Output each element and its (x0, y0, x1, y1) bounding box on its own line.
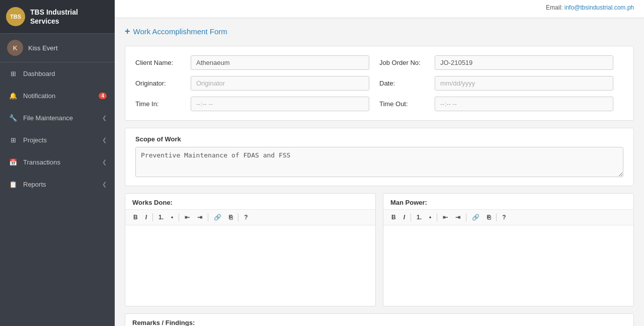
man-power-body[interactable] (383, 225, 633, 306)
originator-input[interactable] (191, 76, 369, 91)
separator (437, 213, 437, 221)
main-content: Email: info@tbsindustrial.com.ph + Work … (115, 0, 644, 326)
plus-icon: + (125, 26, 130, 37)
sidebar-item-label: File Maintenance (23, 114, 102, 122)
unordered-list-button[interactable]: • (426, 212, 434, 222)
originator-label: Originator: (135, 79, 191, 87)
email-link[interactable]: info@tbsindustrial.com.ph (565, 4, 634, 11)
notification-icon: 🔔 (8, 91, 18, 101)
separator (466, 213, 466, 221)
client-name-label: Client Name: (135, 59, 191, 66)
sidebar-item-notification[interactable]: 🔔 Notification 4 (0, 85, 115, 107)
originator-row: Originator: (135, 76, 379, 91)
indent-button[interactable]: ⇥ (194, 212, 205, 222)
scope-section: Scope of Work (125, 128, 634, 186)
email-label: Email: (546, 4, 562, 11)
unordered-list-button[interactable]: • (168, 212, 176, 222)
sidebar-item-projects[interactable]: ⊞ Projects ❮ (0, 129, 115, 151)
works-done-toolbar: B I 1. • ⇤ ⇥ 🔗 ⎘ ? (125, 209, 375, 225)
sidebar-header: TBS TBS Industrial Services (0, 0, 115, 34)
works-done-body[interactable] (125, 225, 375, 306)
separator (238, 213, 238, 221)
time-in-label: Time In: (135, 100, 191, 108)
sidebar-item-label: Transactions (23, 158, 102, 166)
reports-icon: 📋 (8, 179, 18, 189)
time-out-input[interactable] (435, 97, 613, 111)
job-order-label: Job Order No: (379, 59, 435, 66)
time-out-label: Time Out: (379, 100, 435, 108)
sidebar: TBS TBS Industrial Services K Kiss Evert… (0, 0, 115, 326)
form-title-row: + Work Accomplishment Form (125, 26, 634, 37)
help-button[interactable]: ? (499, 212, 509, 222)
man-power-label: Man Power: (383, 194, 633, 209)
bold-button[interactable]: B (388, 212, 399, 222)
avatar: K (7, 40, 23, 56)
time-in-row: Time In: (135, 97, 379, 111)
chevron-right-icon: ❮ (102, 115, 107, 121)
date-input[interactable] (435, 76, 613, 91)
wrench-icon: 🔧 (8, 113, 18, 123)
time-in-input[interactable] (191, 97, 369, 111)
chevron-right-icon: ❮ (102, 137, 107, 143)
date-row: Date: (379, 76, 623, 91)
works-done-editor: Works Done: B I 1. • ⇤ ⇥ 🔗 ⎘ ? (125, 193, 376, 306)
separator (179, 213, 179, 221)
job-order-input[interactable] (435, 55, 613, 70)
bold-button[interactable]: B (130, 212, 141, 222)
link-button[interactable]: 🔗 (211, 212, 224, 222)
calendar-icon: 📅 (8, 157, 18, 167)
time-out-row: Time Out: (379, 97, 623, 111)
dashboard-icon: ⊞ (8, 68, 18, 78)
sidebar-item-transactions[interactable]: 📅 Transactions ❮ (0, 151, 115, 173)
client-name-input[interactable] (191, 55, 369, 70)
app-title: TBS Industrial Services (30, 8, 109, 26)
remarks-section: Remarks / Findings: B I 1. • ⇤ ⇥ 🔗 ⎘ ? (125, 313, 634, 326)
remarks-label: Remarks / Findings: (125, 314, 633, 326)
italic-button[interactable]: I (142, 212, 150, 222)
ordered-list-button[interactable]: 1. (155, 212, 167, 222)
sidebar-item-label: Notification (23, 92, 96, 100)
job-order-row: Job Order No: (379, 55, 623, 70)
form-title: Work Accomplishment Form (133, 27, 227, 36)
separator (208, 213, 208, 221)
sidebar-item-file-maintenance[interactable]: 🔧 File Maintenance ❮ (0, 107, 115, 129)
user-section: K Kiss Evert (0, 34, 115, 62)
sidebar-item-label: Dashboard (23, 70, 107, 77)
separator (496, 213, 497, 221)
sidebar-item-label: Projects (23, 136, 102, 144)
separator (152, 213, 153, 221)
right-fields: Job Order No: Date: Time Out: (379, 55, 623, 111)
topbar: Email: info@tbsindustrial.com.ph (115, 0, 644, 18)
unlink-button[interactable]: ⎘ (484, 212, 494, 222)
outdent-button[interactable]: ⇤ (182, 212, 193, 222)
grid-icon: ⊞ (8, 135, 18, 145)
username: Kiss Evert (28, 44, 58, 52)
date-label: Date: (379, 79, 435, 87)
client-name-row: Client Name: (135, 55, 379, 70)
left-fields: Client Name: Originator: Time In: (135, 55, 379, 111)
sidebar-item-reports[interactable]: 📋 Reports ❮ (0, 173, 115, 195)
sidebar-item-dashboard[interactable]: ⊞ Dashboard (0, 62, 115, 85)
chevron-right-icon: ❮ (102, 159, 107, 166)
man-power-editor: Man Power: B I 1. • ⇤ ⇥ 🔗 ⎘ ? (383, 193, 634, 306)
help-button[interactable]: ? (241, 212, 251, 222)
sidebar-item-label: Reports (23, 181, 102, 188)
man-power-toolbar: B I 1. • ⇤ ⇥ 🔗 ⎘ ? (383, 209, 633, 225)
link-button[interactable]: 🔗 (469, 212, 482, 222)
unlink-button[interactable]: ⎘ (226, 212, 235, 222)
ordered-list-button[interactable]: 1. (414, 212, 425, 222)
separator (411, 213, 411, 221)
form-fields-grid: Client Name: Originator: Time In: Job Or… (125, 46, 634, 121)
outdent-button[interactable]: ⇤ (440, 212, 451, 222)
chevron-right-icon: ❮ (102, 181, 107, 188)
editors-row: Works Done: B I 1. • ⇤ ⇥ 🔗 ⎘ ? (125, 193, 634, 306)
content-area: + Work Accomplishment Form Client Name: … (115, 18, 644, 326)
notification-badge: 4 (99, 93, 107, 99)
scope-textarea[interactable] (135, 147, 623, 177)
italic-button[interactable]: I (400, 212, 408, 222)
scope-title: Scope of Work (135, 135, 623, 143)
indent-button[interactable]: ⇥ (452, 212, 463, 222)
works-done-label: Works Done: (125, 194, 375, 209)
app-logo: TBS (6, 7, 25, 26)
